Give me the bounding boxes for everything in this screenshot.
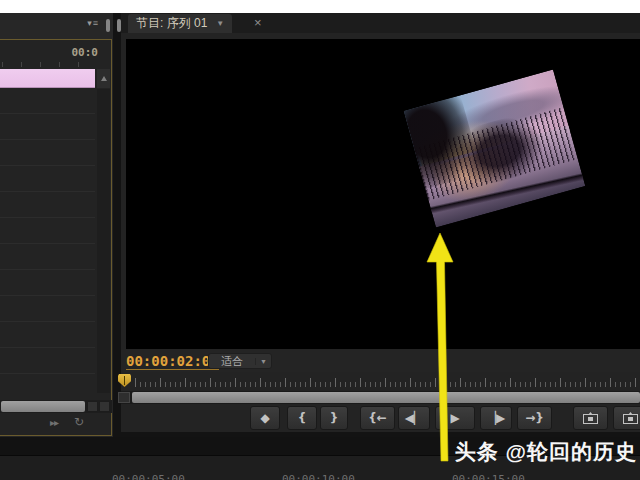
zoom-level-dropdown[interactable]: 适合 ▼ [208,353,272,369]
playhead-line [124,376,125,385]
playhead-marker[interactable] [118,374,131,387]
scrollbar-zoom-in-button[interactable] [99,401,110,412]
zoom-level-value: 适合 [209,354,255,369]
ruler-ticks-large [135,378,640,387]
go-to-out-button[interactable]: →} [517,406,552,430]
timeline-ruler-time: 00:00:05:00 [112,473,185,480]
current-timecode[interactable]: 00:00:02:04 [126,353,219,370]
program-time-ruler[interactable] [121,372,640,390]
vertical-scrollbar-track[interactable] [97,89,110,393]
horizontal-scrollbar[interactable] [0,400,112,413]
chevron-down-icon[interactable]: ▼ [216,19,224,28]
extract-button[interactable] [613,406,640,430]
scrollbar-thumb[interactable] [132,392,640,403]
rotated-clip-image[interactable] [404,69,586,227]
effect-controls-panel: ▾≡ 00:0 ▸▸ ↻ [0,13,113,437]
program-scrollbar[interactable] [121,391,640,404]
chevron-down-icon[interactable]: ▼ [255,358,271,365]
scrollbar-thumb[interactable] [1,401,85,412]
panel-gripper-handle[interactable] [106,19,110,32]
mark-out-button[interactable]: } [320,406,348,430]
up-arrow-icon [101,76,107,81]
program-timecode-row: 00:00:02:04 适合 ▼ [121,350,640,372]
watermark-text: 头条 @轮回的历史 [455,438,637,466]
top-white-strip [0,0,640,13]
effect-controls-header: ▾≡ [0,13,113,39]
timeline-ruler-time: 00:00:15:00 [452,473,525,480]
step-back-button[interactable]: ◀▏ [398,406,430,430]
scrollbar-end-button[interactable] [118,392,130,403]
scroll-up-button[interactable] [97,69,110,88]
add-marker-button[interactable]: ◆ [250,406,280,430]
lift-icon [583,412,598,424]
clip-duration-bar[interactable] [0,69,95,88]
loop-playback-icon[interactable]: ↻ [74,415,84,429]
mini-timeline-ruler[interactable] [2,62,95,67]
video-preview-area[interactable] [126,39,640,349]
timeline-ruler-time: 00:00:10:00 [282,473,355,480]
close-icon[interactable]: × [254,16,262,29]
tab-program-sequence[interactable]: 节目: 序列 01 ▼ [128,14,232,33]
scrollbar-zoom-out-button[interactable] [87,401,98,412]
program-tab-bar: 节目: 序列 01 ▼ × [121,13,640,33]
panel-menu-icon[interactable]: ▾≡ [87,18,99,28]
extract-icon [623,412,638,424]
tab-label: 节目: 序列 01 [136,15,207,32]
mini-timeline-timecode: 00:0 [72,46,99,59]
effect-rows-area [0,88,95,393]
mark-in-button[interactable]: { [287,406,317,430]
program-monitor-panel: 节目: 序列 01 ▼ × 00:00:02:04 适合 ▼ [121,13,640,432]
play-button[interactable]: ▶ [435,406,475,430]
go-to-in-button[interactable]: {← [360,406,395,430]
play-audio-icon[interactable]: ▸▸ [50,417,58,428]
lift-button[interactable] [573,406,608,430]
step-forward-button[interactable]: ▕▶ [480,406,512,430]
transport-controls: ◆ { } {← ◀▏ ▶ ▕▶ →} [121,404,640,432]
effect-controls-timeline: 00:0 ▸▸ ↻ [0,39,112,436]
